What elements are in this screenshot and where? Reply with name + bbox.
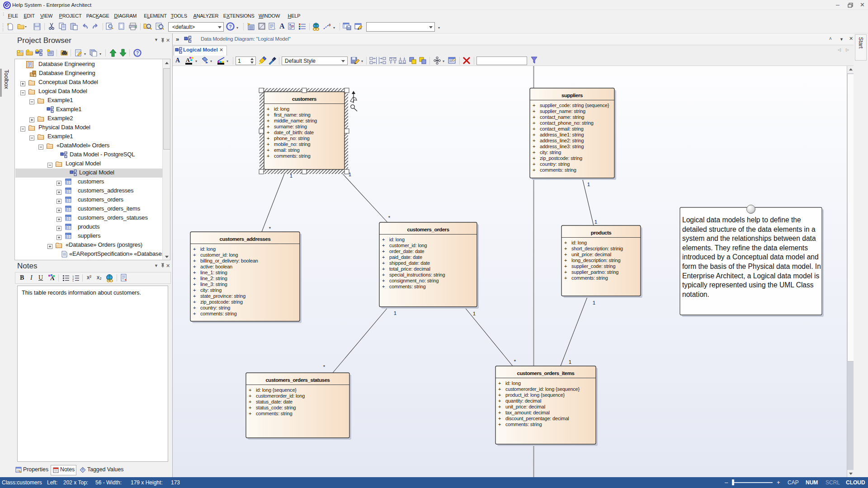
svg-text:?: ? — [229, 24, 231, 29]
svg-text:contact_name: string: contact_name: string — [540, 114, 584, 120]
svg-text:*: * — [388, 215, 391, 221]
svg-text:product_id: long {sequence}: product_id: long {sequence} — [505, 392, 565, 398]
svg-text:line_2: string: line_2: string — [200, 276, 227, 281]
svg-text:+: + — [564, 258, 567, 263]
svg-text:3: 3 — [72, 281, 74, 282]
svg-text:address_line2: string: address_line2: string — [540, 138, 584, 143]
svg-text:+: + — [267, 124, 269, 129]
svg-text:introduced by a Conceptual dat: introduced by a Conceptual data model an… — [682, 253, 819, 261]
svg-text:billing_or_delivery: boolean: billing_or_delivery: boolean — [200, 258, 258, 263]
svg-text:active: boolean: active: boolean — [200, 264, 232, 269]
svg-text:+: + — [533, 132, 535, 137]
svg-text:comments: string: comments: string — [571, 275, 608, 281]
svg-text:country: string: country: string — [200, 305, 230, 310]
svg-text:comments: string: comments: string — [389, 284, 426, 289]
svg-text:+: + — [249, 411, 251, 416]
svg-text:supplier_code: string: supplier_code: string — [571, 263, 615, 269]
svg-text:1: 1 — [394, 310, 396, 316]
svg-text:+: + — [382, 237, 385, 242]
svg-text:+: + — [382, 254, 385, 260]
svg-text:Logical data models help to de: Logical data models help to define the — [682, 216, 801, 224]
svg-text:+: + — [267, 118, 269, 123]
svg-text:id: long: id: long — [505, 380, 521, 386]
svg-text:state_province: string: state_province: string — [200, 293, 245, 299]
svg-text:id: long: id: long — [389, 237, 405, 242]
svg-text:+: + — [193, 252, 196, 258]
svg-text:address_line3: string: address_line3: string — [540, 144, 584, 149]
svg-text:+: + — [533, 155, 535, 161]
svg-text:+: + — [193, 270, 196, 275]
svg-text:city: string: city: string — [200, 287, 222, 293]
svg-text:consignment_no: string: consignment_no: string — [389, 278, 439, 283]
svg-text:+: + — [564, 269, 567, 275]
svg-text:1: 1 — [587, 182, 590, 187]
svg-text:+: + — [498, 404, 501, 409]
svg-text:+: + — [382, 249, 385, 254]
svg-text:contact_email: string: contact_email: string — [540, 126, 584, 131]
svg-text:address_line1: string: address_line1: string — [540, 132, 584, 137]
svg-text:+: + — [193, 258, 196, 263]
svg-text:comments: string: comments: string — [274, 153, 311, 159]
svg-text:+: + — [267, 130, 269, 135]
svg-text:notation.: notation. — [682, 291, 709, 298]
svg-text:total_price: decimal: total_price: decimal — [389, 266, 430, 272]
svg-text:comments: string: comments: string — [540, 167, 576, 173]
svg-text:order_date: date: order_date: date — [389, 249, 425, 254]
svg-text:middle_name: string: middle_name: string — [274, 118, 317, 123]
svg-text:+: + — [193, 276, 196, 281]
svg-text:+: + — [267, 147, 269, 153]
svg-text:+: + — [382, 243, 385, 248]
svg-text:long_description: string: long_description: string — [571, 258, 620, 263]
svg-text:+: + — [533, 103, 535, 108]
svg-text:+: + — [498, 380, 501, 386]
svg-text:customer_id: long: customer_id: long — [200, 252, 238, 258]
svg-text:+: + — [193, 287, 196, 293]
svg-text:+: + — [533, 150, 535, 155]
svg-text:+: + — [193, 282, 196, 287]
svg-text:+: + — [382, 284, 385, 289]
svg-text:+: + — [533, 161, 535, 167]
svg-text:+: + — [249, 387, 251, 393]
svg-text:date_of_birth: date: date_of_birth: date — [274, 130, 314, 135]
svg-text:+: + — [267, 141, 269, 147]
svg-text:1: 1 — [569, 359, 571, 365]
svg-text:shipped_date: date: shipped_date: date — [389, 260, 430, 266]
svg-text:1: 1 — [593, 300, 595, 305]
svg-text:Enterprise Architect, a Logica: Enterprise Architect, a Logical data mod… — [682, 272, 820, 280]
svg-text:+: + — [498, 416, 501, 421]
svg-text:id: long {sequence}: id: long {sequence} — [256, 387, 297, 393]
svg-text:+: + — [382, 260, 385, 266]
svg-text:customer_id: long: customer_id: long — [389, 243, 427, 248]
svg-text:customers_orders: customers_orders — [407, 227, 449, 232]
svg-text:+: + — [533, 108, 535, 114]
svg-text:+: + — [193, 264, 196, 269]
svg-text:?: ? — [136, 51, 139, 56]
svg-text:*: * — [269, 226, 271, 231]
svg-text:+: + — [249, 393, 251, 399]
svg-text:detailed structure of the data: detailed structure of the data elements … — [682, 225, 816, 233]
svg-text:tax_amount: decimal: tax_amount: decimal — [505, 410, 550, 415]
svg-text:first_name: string: first_name: string — [274, 112, 311, 117]
svg-text:id: long: id: long — [274, 106, 289, 112]
svg-text:+: + — [193, 299, 196, 305]
svg-text:city: string: city: string — [540, 150, 561, 155]
svg-text:+: + — [564, 275, 567, 281]
svg-text:1: 1 — [594, 219, 597, 225]
svg-text:customers_addresses: customers_addresses — [220, 236, 271, 242]
svg-text:+: + — [193, 311, 196, 316]
svg-text:zip_postcode: string: zip_postcode: string — [200, 299, 243, 305]
svg-text:+: + — [249, 399, 251, 404]
svg-text:+: + — [267, 112, 269, 117]
svg-text:customers_orders_items: customers_orders_items — [517, 371, 575, 376]
svg-text:supplier_name: string: supplier_name: string — [540, 108, 585, 114]
svg-text:comments: string: comments: string — [505, 422, 542, 427]
svg-text:customers: customers — [292, 96, 316, 102]
svg-text:+: + — [533, 144, 535, 149]
svg-text:+: + — [533, 114, 535, 120]
svg-text:quantity: decimal: quantity: decimal — [505, 398, 541, 404]
svg-text:+: + — [382, 278, 385, 283]
svg-text:contact_phone_no: string: contact_phone_no: string — [540, 120, 594, 126]
svg-text:+: + — [382, 266, 385, 272]
svg-text:+: + — [533, 126, 535, 131]
svg-text:+: + — [533, 120, 535, 126]
